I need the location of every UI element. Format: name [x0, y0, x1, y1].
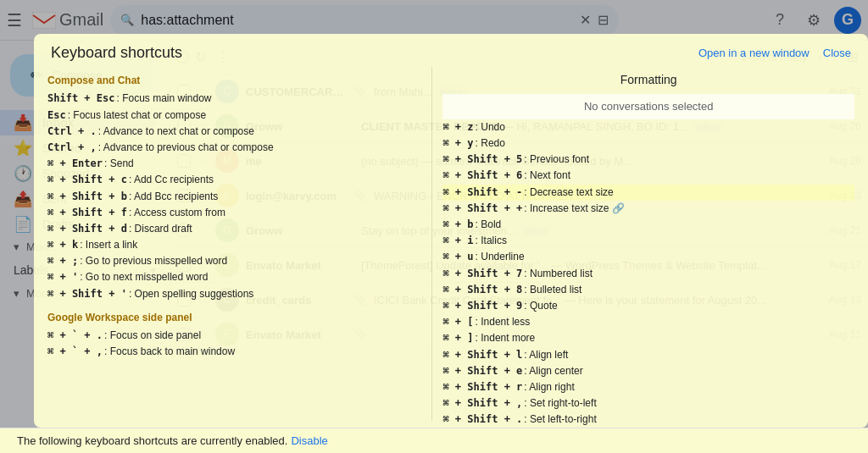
shortcut-row: ⌘ + ` + .: Focus on side panel [47, 328, 421, 344]
shortcut-row: ⌘ + Shift + c: Add Cc recipients [47, 172, 421, 188]
shortcut-row: ⌘ + Shift + 6: Next font [442, 168, 854, 184]
shortcut-row: ⌘ + Shift + r: Align right [442, 379, 854, 395]
shortcut-row: ⌘ + [: Indent less [442, 314, 854, 330]
open-new-window-link[interactable]: Open in a new window [698, 47, 810, 59]
shortcut-row: ⌘ + Shift + b: Add Bcc recipients [47, 189, 421, 205]
shortcut-row: ⌘ + Shift + ': Open spelling suggestions [47, 286, 421, 302]
shortcut-row: Ctrl + .: Advance to next chat or compos… [47, 124, 421, 140]
workspace-heading: Google Workspace side panel [47, 309, 421, 326]
shortcut-row: ⌘ + ': Go to next misspelled word [47, 269, 421, 285]
shortcut-row: ⌘ + ;: Go to previous misspelled word [47, 253, 421, 269]
shortcut-row: ⌘ + Shift + d: Discard draft [47, 221, 421, 237]
shortcut-row: Shift + Esc: Focus main window [47, 91, 421, 107]
shortcut-row: ⌘ + u: Underline [442, 249, 854, 265]
shortcut-row-decrease-text: ⌘ + Shift + -: Decrease text size [442, 185, 854, 201]
shortcut-row: ⌘ + Shift + 5: Previous font [442, 152, 854, 168]
shortcut-row: ⌘ + Shift + .: Set left-to-right [442, 412, 854, 428]
shortcut-row: ⌘ + b: Bold [442, 217, 854, 233]
modal-header: Keyboard shortcuts Open in a new window … [34, 34, 868, 67]
shortcut-row: ⌘ + z: Undo [442, 119, 854, 135]
shortcut-row: ⌘ + Shift + f: Access custom from [47, 205, 421, 221]
shortcut-row: ⌘ + Shift + ,: Set right-to-left [442, 395, 854, 412]
shortcut-row: Esc: Focus latest chat or compose [47, 108, 421, 124]
formatting-heading: Formatting [442, 70, 854, 91]
modal-title: Keyboard shortcuts [51, 44, 182, 62]
shortcut-row: ⌘ + Shift + 9: Quote [442, 298, 854, 314]
shortcut-row: ⌘ + Shift + e: Align center [442, 363, 854, 379]
shortcut-row: ⌘ + Shift + +: Increase text size 🔗 [442, 201, 854, 217]
disable-shortcuts-link[interactable]: Disable [291, 434, 327, 447]
gmail-app: ☰ Gmail 🔍 ✕ ⊟ ? ⚙ G ✏ Compose [0, 0, 868, 453]
column-divider [431, 67, 432, 421]
shortcuts-left-column: Compose and Chat Shift + Esc: Focus main… [47, 67, 421, 421]
shortcut-row: ⌘ + i: Italics [442, 233, 854, 249]
modal-content: Compose and Chat Shift + Esc: Focus main… [34, 67, 868, 428]
shortcut-row: ⌘ + Shift + 7: Numbered list [442, 266, 854, 282]
shortcut-row: ⌘ + ` + ,: Focus back to main window [47, 344, 421, 360]
bottom-bar: The following keyboard shortcuts are cur… [0, 428, 868, 453]
compose-chat-heading: Compose and Chat [47, 72, 421, 89]
close-modal-link[interactable]: Close [823, 47, 851, 59]
bottom-bar-message: The following keyboard shortcuts are cur… [17, 434, 287, 447]
shortcut-row: ⌘ + y: Redo [442, 135, 854, 152]
shortcut-row: Ctrl + ,: Advance to previous chat or co… [47, 140, 421, 156]
shortcut-row: ⌘ + k: Insert a link [47, 237, 421, 253]
shortcuts-modal: Keyboard shortcuts Open in a new window … [34, 34, 868, 428]
shortcut-row: ⌘ + Enter: Send [47, 156, 421, 172]
no-conversations-banner: No conversations selected [442, 94, 854, 119]
modal-actions: Open in a new window Close [698, 47, 851, 59]
shortcut-row: ⌘ + Shift + 8: Bulleted list [442, 282, 854, 298]
shortcut-row: ⌘ + ]: Indent more [442, 330, 854, 346]
shortcut-row: ⌘ + Shift + l: Align left [442, 347, 854, 363]
formatting-column: Formatting No conversations selected ⌘ +… [442, 67, 854, 421]
